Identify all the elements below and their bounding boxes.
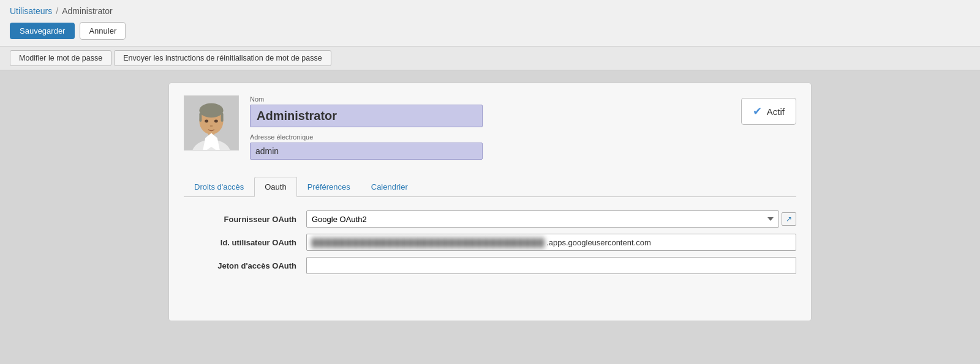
provider-select[interactable]: Google OAuth2 xyxy=(306,210,779,228)
breadcrumb-current: Administrator xyxy=(62,6,112,16)
provider-select-wrapper: Google OAuth2 ↗ xyxy=(306,210,796,228)
user-id-row: Id. utilisateur OAuth ██████████████████… xyxy=(184,234,796,251)
tab-calendrier[interactable]: Calendrier xyxy=(361,177,418,196)
action-bar: Sauvegarder Annuler xyxy=(10,22,970,40)
breadcrumb-separator: / xyxy=(56,6,58,16)
svg-point-9 xyxy=(205,120,208,123)
tab-oauth[interactable]: Oauth xyxy=(254,177,296,197)
tab-droits-acces[interactable]: Droits d'accès xyxy=(184,177,254,196)
token-row: Jeton d'accès OAuth xyxy=(184,257,796,274)
email-label: Adresse électronique xyxy=(250,133,730,141)
active-badge: ✔ Actif xyxy=(741,98,796,125)
user-card: Nom Adresse électronique ✔ Actif Droits … xyxy=(168,83,812,321)
token-input[interactable] xyxy=(306,257,796,274)
main-content: Nom Adresse électronique ✔ Actif Droits … xyxy=(0,70,980,333)
name-label: Nom xyxy=(250,95,730,103)
top-bar: Utilisateurs / Administrator Sauvegarder… xyxy=(0,0,980,46)
external-link-button[interactable]: ↗ xyxy=(782,212,796,226)
tab-preferences[interactable]: Préférences xyxy=(297,177,361,196)
user-id-label: Id. utilisateur OAuth xyxy=(184,238,306,247)
tabs: Droits d'accès Oauth Préférences Calendr… xyxy=(184,177,796,197)
provider-label: Fournisseur OAuth xyxy=(184,215,306,224)
checkmark-icon: ✔ xyxy=(753,105,762,118)
cancel-button[interactable]: Annuler xyxy=(80,22,126,40)
breadcrumb-users-link[interactable]: Utilisateurs xyxy=(10,6,52,16)
svg-point-6 xyxy=(199,103,223,117)
avatar xyxy=(184,95,239,150)
provider-row: Fournisseur OAuth Google OAuth2 ↗ xyxy=(184,210,796,228)
active-label: Actif xyxy=(767,106,785,117)
token-label: Jeton d'accès OAuth xyxy=(184,261,306,270)
change-password-button[interactable]: Modifier le mot de passe xyxy=(10,50,111,66)
oauth-tab-content: Fournisseur OAuth Google OAuth2 ↗ Id. ut… xyxy=(184,208,796,291)
svg-point-11 xyxy=(210,125,213,127)
reset-password-button[interactable]: Envoyer les instructions de réinitialisa… xyxy=(114,50,331,66)
svg-point-10 xyxy=(214,120,218,123)
user-fields: Nom Adresse électronique xyxy=(250,95,730,166)
secondary-toolbar: Modifier le mot de passe Envoyer les ins… xyxy=(0,46,980,70)
svg-rect-8 xyxy=(221,113,224,122)
email-input[interactable] xyxy=(250,143,483,160)
name-input[interactable] xyxy=(250,105,483,127)
save-button[interactable]: Sauvegarder xyxy=(10,23,75,39)
breadcrumb: Utilisateurs / Administrator xyxy=(10,6,970,16)
card-header: Nom Adresse électronique ✔ Actif xyxy=(184,95,796,166)
svg-rect-7 xyxy=(199,113,202,122)
